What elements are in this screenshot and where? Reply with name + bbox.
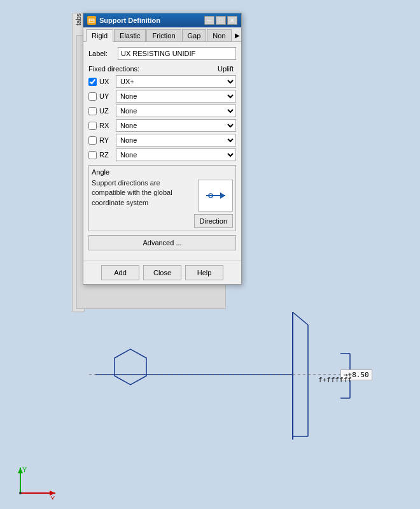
angle-legend: Angle xyxy=(92,168,233,176)
ry-checkbox[interactable] xyxy=(88,136,97,145)
uz-checkbox[interactable] xyxy=(88,107,97,115)
directions-header: Fixed directions: Uplift xyxy=(88,65,236,73)
direction-row-rz: RZ NoneRZ+RZ-Both xyxy=(88,148,236,161)
ry-label: RY xyxy=(99,136,113,144)
dialog-content: Label: Fixed directions: Uplift UX UX+No… xyxy=(83,42,241,261)
tab-elastic[interactable]: Elastic xyxy=(114,29,146,41)
fixed-directions-label: Fixed directions: xyxy=(88,65,139,73)
direction-row-uz: UZ NoneUZ+UZ-Both xyxy=(88,104,236,117)
angle-preview xyxy=(198,180,233,211)
rz-select[interactable]: NoneRZ+RZ-Both xyxy=(116,148,236,161)
close-button[interactable]: ✕ xyxy=(227,16,237,25)
uy-label: UY xyxy=(99,92,113,100)
uz-select[interactable]: NoneUZ+UZ-Both xyxy=(116,104,236,117)
tab-rigid[interactable]: Rigid xyxy=(86,29,113,42)
titlebar-left: Support Definition xyxy=(87,16,160,25)
dialog-icon xyxy=(87,16,96,25)
tabs-bar: Rigid Elastic Friction Gap Non ▶ xyxy=(83,27,241,42)
tab-gap[interactable]: Gap xyxy=(182,29,207,41)
support-definition-dialog: Support Definition ─ □ ✕ Rigid Elastic F… xyxy=(83,13,242,285)
rx-select[interactable]: NoneRX+RX-Both xyxy=(116,119,236,132)
direction-row-rx: RX NoneRX+RX-Both xyxy=(88,119,236,132)
tabs-more-arrow[interactable]: ▶ xyxy=(232,29,242,41)
coordinate-axis: Y X xyxy=(8,464,62,499)
svg-marker-6 xyxy=(115,349,146,385)
svg-point-21 xyxy=(19,492,22,494)
ux-select[interactable]: UX+NoneUX-Both xyxy=(116,75,236,88)
rx-checkbox[interactable] xyxy=(88,122,97,130)
direction-row-uy: UY NoneUY+UY-Both xyxy=(88,90,236,103)
angle-description: Support directions are compatible with t… xyxy=(92,178,190,208)
uy-checkbox[interactable] xyxy=(88,92,97,101)
f-label: f+ffffff xyxy=(318,376,352,384)
close-dialog-button[interactable]: Close xyxy=(143,265,181,280)
angle-inner: Support directions are compatible with t… xyxy=(92,178,233,228)
ux-checkbox[interactable] xyxy=(88,78,97,86)
advanced-button[interactable]: Advanced ... xyxy=(88,235,236,250)
svg-text:X: X xyxy=(50,495,55,499)
dialog-title: Support Definition xyxy=(99,17,160,24)
direction-button[interactable]: Direction xyxy=(194,214,233,228)
svg-marker-13 xyxy=(220,192,225,199)
angle-controls: Direction xyxy=(194,180,233,228)
bottom-buttons: Add Close Help xyxy=(83,261,241,284)
dialog-titlebar: Support Definition ─ □ ✕ xyxy=(83,13,241,27)
svg-text:Y: Y xyxy=(22,466,27,473)
angle-section: Angle Support directions are compatible … xyxy=(88,165,236,231)
rz-checkbox[interactable] xyxy=(88,151,97,159)
ux-label: UX xyxy=(99,78,113,85)
rx-label: RX xyxy=(99,122,113,129)
add-button[interactable]: Add xyxy=(101,265,139,280)
tab-friction[interactable]: Friction xyxy=(146,29,181,41)
label-input[interactable] xyxy=(118,47,236,60)
uz-label: UZ xyxy=(99,107,113,115)
restore-button[interactable]: □ xyxy=(216,16,226,25)
svg-line-3 xyxy=(293,312,308,325)
rz-label: RZ xyxy=(99,151,113,159)
tab-non[interactable]: Non xyxy=(207,29,231,41)
dialog-window-controls[interactable]: ─ □ ✕ xyxy=(204,16,237,25)
label-row: Label: xyxy=(88,47,236,60)
uplift-label: Uplift xyxy=(218,65,234,73)
label-field-label: Label: xyxy=(88,50,114,57)
minimize-button[interactable]: ─ xyxy=(204,16,214,25)
ry-select[interactable]: NoneRY+RY-Both xyxy=(116,134,236,147)
sidebar-label: tabs xyxy=(75,13,82,28)
direction-row-ux: UX UX+NoneUX-Both xyxy=(88,75,236,88)
direction-row-ry: RY NoneRY+RY-Both xyxy=(88,134,236,147)
help-button[interactable]: Help xyxy=(185,265,223,280)
uy-select[interactable]: NoneUY+UY-Both xyxy=(116,90,236,103)
